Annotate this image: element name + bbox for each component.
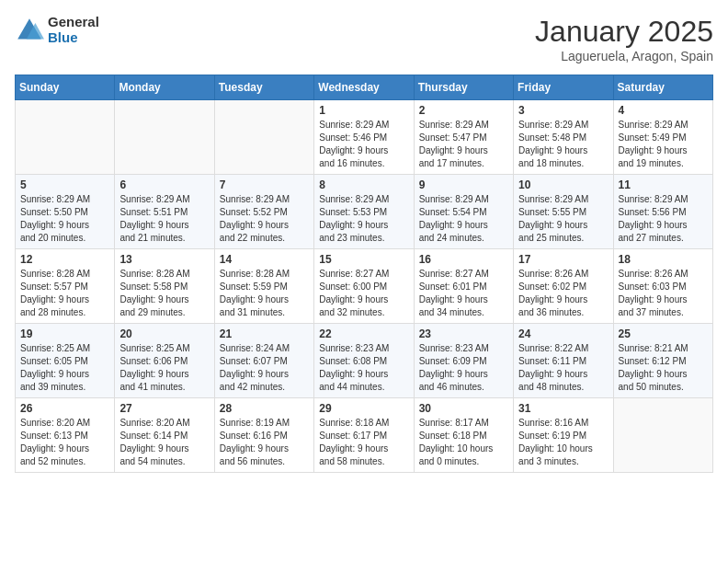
day-number: 20	[119, 327, 209, 340]
day-info: Sunrise: 8:17 AMSunset: 6:18 PMDaylight:…	[419, 417, 508, 468]
calendar-day-cell: 17Sunrise: 8:26 AMSunset: 6:02 PMDayligh…	[514, 249, 613, 324]
day-number: 4	[619, 104, 708, 117]
calendar-day-cell: 16Sunrise: 8:27 AMSunset: 6:01 PMDayligh…	[414, 249, 513, 324]
day-number: 22	[319, 327, 408, 340]
calendar-day-cell: 9Sunrise: 8:29 AMSunset: 5:54 PMDaylight…	[414, 175, 513, 249]
calendar-day-cell: 8Sunrise: 8:29 AMSunset: 5:53 PMDaylight…	[314, 175, 414, 249]
day-info: Sunrise: 8:29 AMSunset: 5:52 PMDaylight:…	[220, 193, 309, 245]
calendar: SundayMondayTuesdayWednesdayThursdayFrid…	[15, 75, 713, 473]
day-number: 30	[419, 402, 508, 415]
location-title: Lagueruela, Aragon, Spain	[535, 49, 713, 63]
day-info: Sunrise: 8:29 AMSunset: 5:46 PMDaylight:…	[319, 119, 408, 170]
calendar-day-cell: 3Sunrise: 8:29 AMSunset: 5:48 PMDaylight…	[514, 100, 613, 175]
day-info: Sunrise: 8:28 AMSunset: 5:57 PMDaylight:…	[20, 268, 109, 319]
day-info: Sunrise: 8:29 AMSunset: 5:49 PMDaylight:…	[619, 119, 708, 170]
weekday-header-cell: Monday	[115, 75, 214, 100]
day-number: 3	[518, 104, 608, 117]
day-number: 28	[220, 402, 309, 415]
day-number: 23	[419, 327, 508, 340]
day-info: Sunrise: 8:25 AMSunset: 6:05 PMDaylight:…	[20, 342, 109, 394]
day-number: 14	[220, 253, 309, 266]
weekday-header-cell: Friday	[514, 75, 613, 100]
calendar-day-cell: 21Sunrise: 8:24 AMSunset: 6:07 PMDayligh…	[214, 324, 313, 398]
logo-blue-text: Blue	[48, 30, 99, 46]
day-info: Sunrise: 8:19 AMSunset: 6:16 PMDaylight:…	[220, 417, 309, 468]
logo-general-text: General	[48, 15, 99, 30]
day-info: Sunrise: 8:26 AMSunset: 6:03 PMDaylight:…	[619, 268, 708, 319]
header: General Blue January 2025 Lagueruela, Ar…	[15, 15, 713, 63]
calendar-day-cell: 30Sunrise: 8:17 AMSunset: 6:18 PMDayligh…	[414, 398, 513, 473]
calendar-day-cell: 29Sunrise: 8:18 AMSunset: 6:17 PMDayligh…	[314, 398, 414, 473]
weekday-header-cell: Sunday	[16, 75, 115, 100]
day-number: 29	[319, 402, 408, 415]
calendar-week-row: 12Sunrise: 8:28 AMSunset: 5:57 PMDayligh…	[16, 249, 713, 324]
day-info: Sunrise: 8:23 AMSunset: 6:08 PMDaylight:…	[319, 342, 408, 394]
day-number: 31	[518, 402, 608, 415]
day-number: 18	[619, 253, 708, 266]
calendar-day-cell: 10Sunrise: 8:29 AMSunset: 5:55 PMDayligh…	[514, 175, 613, 249]
day-number: 16	[419, 253, 508, 266]
calendar-day-cell: 2Sunrise: 8:29 AMSunset: 5:47 PMDaylight…	[414, 100, 513, 175]
day-info: Sunrise: 8:18 AMSunset: 6:17 PMDaylight:…	[319, 417, 408, 468]
calendar-day-cell: 27Sunrise: 8:20 AMSunset: 6:14 PMDayligh…	[115, 398, 214, 473]
day-info: Sunrise: 8:23 AMSunset: 6:09 PMDaylight:…	[419, 342, 508, 394]
calendar-week-row: 5Sunrise: 8:29 AMSunset: 5:50 PMDaylight…	[16, 175, 713, 249]
title-area: January 2025 Lagueruela, Aragon, Spain	[535, 15, 713, 63]
calendar-week-row: 26Sunrise: 8:20 AMSunset: 6:13 PMDayligh…	[16, 398, 713, 473]
calendar-day-cell: 18Sunrise: 8:26 AMSunset: 6:03 PMDayligh…	[613, 249, 712, 324]
day-number: 15	[319, 253, 408, 266]
day-number: 25	[619, 327, 708, 340]
calendar-day-cell: 20Sunrise: 8:25 AMSunset: 6:06 PMDayligh…	[115, 324, 214, 398]
calendar-day-cell: 25Sunrise: 8:21 AMSunset: 6:12 PMDayligh…	[613, 324, 712, 398]
day-number: 9	[419, 178, 508, 191]
day-number: 2	[419, 104, 508, 117]
day-info: Sunrise: 8:24 AMSunset: 6:07 PMDaylight:…	[220, 342, 309, 394]
day-number: 7	[220, 178, 309, 191]
day-info: Sunrise: 8:29 AMSunset: 5:48 PMDaylight:…	[518, 119, 608, 170]
day-info: Sunrise: 8:26 AMSunset: 6:02 PMDaylight:…	[518, 268, 608, 319]
day-info: Sunrise: 8:29 AMSunset: 5:54 PMDaylight:…	[419, 193, 508, 245]
day-info: Sunrise: 8:29 AMSunset: 5:53 PMDaylight:…	[319, 193, 408, 245]
calendar-day-cell	[115, 100, 214, 175]
calendar-day-cell: 7Sunrise: 8:29 AMSunset: 5:52 PMDaylight…	[214, 175, 313, 249]
logo-icon	[15, 16, 44, 45]
day-number: 27	[119, 402, 209, 415]
calendar-day-cell: 24Sunrise: 8:22 AMSunset: 6:11 PMDayligh…	[514, 324, 613, 398]
day-number: 11	[619, 178, 708, 191]
calendar-day-cell: 14Sunrise: 8:28 AMSunset: 5:59 PMDayligh…	[214, 249, 313, 324]
calendar-day-cell: 13Sunrise: 8:28 AMSunset: 5:58 PMDayligh…	[115, 249, 214, 324]
day-info: Sunrise: 8:28 AMSunset: 5:59 PMDaylight:…	[220, 268, 309, 319]
calendar-day-cell: 5Sunrise: 8:29 AMSunset: 5:50 PMDaylight…	[16, 175, 115, 249]
calendar-day-cell: 1Sunrise: 8:29 AMSunset: 5:46 PMDaylight…	[314, 100, 414, 175]
day-info: Sunrise: 8:27 AMSunset: 6:01 PMDaylight:…	[419, 268, 508, 319]
day-info: Sunrise: 8:25 AMSunset: 6:06 PMDaylight:…	[119, 342, 209, 394]
calendar-body: 1Sunrise: 8:29 AMSunset: 5:46 PMDaylight…	[16, 100, 713, 473]
day-number: 17	[518, 253, 608, 266]
logo: General Blue	[15, 15, 99, 45]
day-number: 1	[319, 104, 408, 117]
day-number: 8	[319, 178, 408, 191]
day-number: 13	[119, 253, 209, 266]
day-info: Sunrise: 8:28 AMSunset: 5:58 PMDaylight:…	[119, 268, 209, 319]
calendar-day-cell: 4Sunrise: 8:29 AMSunset: 5:49 PMDaylight…	[613, 100, 712, 175]
day-info: Sunrise: 8:27 AMSunset: 6:00 PMDaylight:…	[319, 268, 408, 319]
day-number: 19	[20, 327, 109, 340]
calendar-day-cell: 31Sunrise: 8:16 AMSunset: 6:19 PMDayligh…	[514, 398, 613, 473]
calendar-day-cell: 22Sunrise: 8:23 AMSunset: 6:08 PMDayligh…	[314, 324, 414, 398]
day-number: 12	[20, 253, 109, 266]
calendar-day-cell: 28Sunrise: 8:19 AMSunset: 6:16 PMDayligh…	[214, 398, 313, 473]
day-number: 21	[220, 327, 309, 340]
day-number: 5	[20, 178, 109, 191]
day-info: Sunrise: 8:22 AMSunset: 6:11 PMDaylight:…	[518, 342, 608, 394]
day-info: Sunrise: 8:29 AMSunset: 5:51 PMDaylight:…	[119, 193, 209, 245]
calendar-day-cell: 12Sunrise: 8:28 AMSunset: 5:57 PMDayligh…	[16, 249, 115, 324]
calendar-week-row: 19Sunrise: 8:25 AMSunset: 6:05 PMDayligh…	[16, 324, 713, 398]
day-number: 26	[20, 402, 109, 415]
day-number: 6	[119, 178, 209, 191]
calendar-week-row: 1Sunrise: 8:29 AMSunset: 5:46 PMDaylight…	[16, 100, 713, 175]
calendar-day-cell: 19Sunrise: 8:25 AMSunset: 6:05 PMDayligh…	[16, 324, 115, 398]
day-info: Sunrise: 8:29 AMSunset: 5:47 PMDaylight:…	[419, 119, 508, 170]
weekday-header-row: SundayMondayTuesdayWednesdayThursdayFrid…	[16, 75, 713, 100]
weekday-header-cell: Wednesday	[314, 75, 414, 100]
logo-text: General Blue	[48, 15, 99, 45]
